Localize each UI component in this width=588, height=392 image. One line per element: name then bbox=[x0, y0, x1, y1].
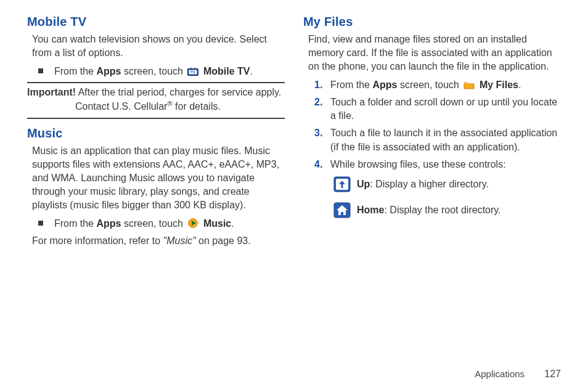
music-more-info: For more information, refer to "Music" o… bbox=[32, 234, 285, 248]
text-fragment: : Display the root directory. bbox=[384, 205, 500, 215]
step-number: 1. bbox=[314, 78, 328, 92]
control-up-text: Up: Display a higher directory. bbox=[357, 179, 489, 190]
divider bbox=[27, 118, 285, 119]
left-column: Mobile TV You can watch television shows… bbox=[27, 15, 285, 380]
my-files-app-label: My Files bbox=[480, 80, 518, 90]
step-4-text: While browsing files, use these controls… bbox=[330, 158, 561, 171]
text-fragment: screen, touch bbox=[121, 66, 186, 76]
page-number: 127 bbox=[544, 369, 561, 379]
step-number: 3. bbox=[314, 126, 328, 140]
music-bullet: From the Apps screen, touch Music. bbox=[38, 217, 285, 231]
home-icon bbox=[333, 202, 351, 218]
important-note: Important! After the trial period, charg… bbox=[27, 86, 285, 113]
step-2: 2. Touch a folder and scroll down or up … bbox=[314, 96, 561, 123]
step-1: 1. From the Apps screen, touch My Files. bbox=[314, 78, 561, 92]
right-column: My Files Find, view and manage files sto… bbox=[303, 15, 561, 380]
important-label: Important! bbox=[27, 87, 76, 97]
apps-label: Apps bbox=[372, 80, 397, 90]
text-fragment: From the bbox=[54, 66, 96, 76]
step-4: 4. While browsing files, use these contr… bbox=[314, 158, 561, 171]
up-label: Up bbox=[357, 179, 370, 189]
text-fragment: For more information, refer to bbox=[32, 235, 163, 246]
text-fragment: for details. bbox=[173, 102, 221, 112]
heading-mobile-tv: Mobile TV bbox=[27, 15, 285, 29]
control-home-text: Home: Display the root directory. bbox=[357, 205, 501, 216]
important-line1: After the trial period, charges for serv… bbox=[76, 87, 281, 97]
mobile-tv-icon: TV bbox=[187, 67, 198, 76]
step-2-text: Touch a folder and scroll down or up unt… bbox=[330, 96, 561, 123]
heading-my-files: My Files bbox=[303, 15, 561, 29]
text-fragment: . bbox=[250, 66, 252, 76]
text-fragment: screen, touch bbox=[121, 218, 186, 229]
text-fragment: From the bbox=[330, 80, 372, 90]
page-footer: Applications 127 bbox=[475, 369, 561, 380]
mobile-tv-intro: You can watch television shows on you de… bbox=[32, 33, 285, 60]
folder-icon bbox=[463, 81, 475, 89]
up-icon bbox=[333, 176, 351, 192]
mobile-tv-bullet-text: From the Apps screen, touch TV Mobile TV… bbox=[54, 65, 285, 78]
music-app-label: Music bbox=[203, 218, 231, 229]
two-column-layout: Mobile TV You can watch television shows… bbox=[27, 15, 561, 380]
step-number: 4. bbox=[314, 158, 328, 171]
registered-mark: ® bbox=[167, 100, 172, 107]
svg-text:TV: TV bbox=[191, 70, 196, 74]
home-label: Home bbox=[357, 205, 384, 215]
controls-list: Up: Display a higher directory. Home: Di… bbox=[332, 176, 561, 218]
important-line2: Contact U.S. Cellular® for details. bbox=[75, 99, 285, 113]
text-fragment: screen, touch bbox=[397, 80, 462, 90]
heading-music: Music bbox=[27, 126, 285, 141]
apps-label: Apps bbox=[96, 66, 121, 76]
control-home: Home: Display the root directory. bbox=[332, 202, 561, 218]
step-3-text: Touch a file to launch it in the associa… bbox=[330, 126, 561, 153]
document-page: Mobile TV You can watch television shows… bbox=[0, 0, 588, 392]
text-fragment: . bbox=[518, 80, 521, 90]
footer-section: Applications bbox=[475, 369, 525, 379]
text-fragment: From the bbox=[54, 218, 96, 229]
control-up: Up: Display a higher directory. bbox=[332, 176, 561, 192]
step-3: 3. Touch a file to launch it in the asso… bbox=[314, 126, 561, 153]
square-bullet-icon bbox=[38, 68, 43, 73]
my-files-intro: Find, view and manage files stored on an… bbox=[308, 33, 561, 73]
text-fragment: Contact U.S. Cellular bbox=[75, 102, 167, 112]
divider bbox=[27, 82, 285, 83]
text-fragment: : Display a higher directory. bbox=[370, 179, 489, 189]
square-bullet-icon bbox=[38, 221, 43, 226]
text-fragment: . bbox=[231, 218, 234, 229]
step-number: 2. bbox=[314, 96, 328, 109]
cross-reference: "Music" bbox=[163, 235, 196, 246]
music-bullet-text: From the Apps screen, touch Music. bbox=[54, 217, 285, 231]
apps-label: Apps bbox=[96, 218, 121, 229]
music-intro: Music is an application that can play mu… bbox=[32, 144, 285, 212]
text-fragment: on page 93. bbox=[196, 235, 251, 246]
step-1-text: From the Apps screen, touch My Files. bbox=[330, 78, 561, 92]
mobile-tv-bullet: From the Apps screen, touch TV Mobile TV… bbox=[38, 65, 285, 78]
music-icon bbox=[187, 219, 198, 227]
mobile-tv-app-label: Mobile TV bbox=[203, 66, 250, 76]
